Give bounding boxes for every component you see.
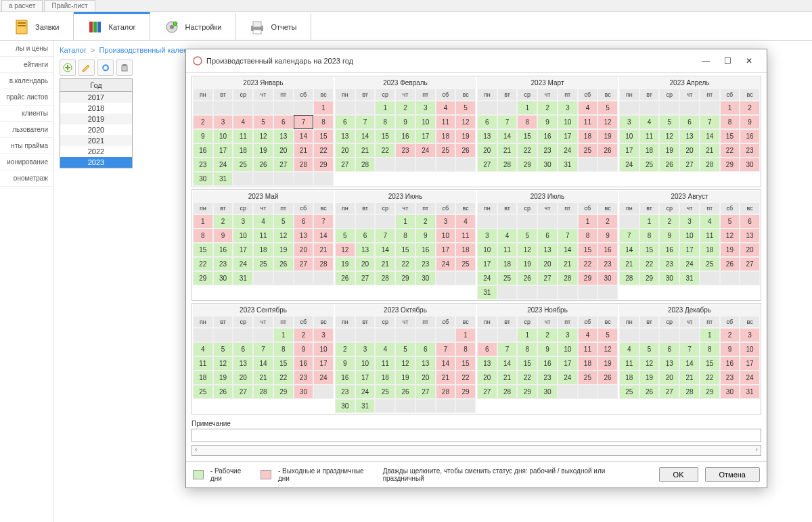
calendar-day[interactable]: 7 — [619, 229, 639, 243]
calendar-day[interactable]: 19 — [253, 143, 273, 158]
calendar-day[interactable]: 4 — [233, 115, 253, 129]
calendar-day[interactable]: 16 — [395, 129, 415, 143]
calendar-day[interactable]: 23 — [720, 371, 740, 385]
calendar-day[interactable]: 24 — [740, 371, 760, 385]
calendar-day[interactable]: 2 — [415, 214, 436, 229]
calendar-day[interactable]: 26 — [597, 143, 618, 158]
close-button[interactable]: ✕ — [738, 53, 760, 68]
calendar-day[interactable]: 9 — [213, 229, 233, 243]
calendar-day[interactable]: 13 — [659, 356, 679, 371]
calendar-day[interactable]: 27 — [294, 257, 314, 271]
calendar-day[interactable]: 15 — [395, 243, 415, 257]
calendar-day[interactable]: 6 — [233, 342, 253, 356]
calendar-day[interactable]: 21 — [253, 371, 273, 385]
calendar-day[interactable]: 30 — [740, 158, 760, 172]
calendar-day[interactable]: 27 — [740, 257, 760, 271]
calendar-day[interactable]: 3 — [679, 214, 700, 229]
calendar-day[interactable]: 8 — [720, 115, 740, 129]
calendar-day[interactable]: 1 — [639, 214, 660, 229]
calendar-day[interactable]: 23 — [193, 158, 213, 172]
calendar-day[interactable]: 5 — [395, 342, 415, 356]
calendar-day[interactable]: 15 — [578, 243, 598, 257]
calendar-day[interactable]: 7 — [558, 229, 578, 243]
calendar-day[interactable]: 9 — [537, 342, 558, 356]
calendar-day[interactable]: 14 — [497, 356, 518, 371]
calendar-day[interactable]: 24 — [558, 371, 578, 385]
calendar-day[interactable]: 11 — [700, 229, 720, 243]
calendar-day[interactable]: 14 — [700, 129, 720, 143]
calendar-day[interactable]: 20 — [335, 143, 355, 158]
calendar-day[interactable]: 8 — [375, 115, 395, 129]
sidebar-item[interactable]: лы и цены — [0, 41, 53, 57]
calendar-day[interactable]: 15 — [639, 243, 660, 257]
calendar-day[interactable]: 21 — [497, 143, 518, 158]
calendar-day[interactable]: 13 — [537, 243, 558, 257]
calendar-day[interactable]: 21 — [436, 371, 456, 385]
calendar-day[interactable]: 17 — [313, 356, 334, 371]
calendar-day[interactable]: 14 — [355, 129, 376, 143]
tab-requests[interactable]: Заявки — [0, 12, 74, 40]
calendar-day[interactable]: 3 — [213, 115, 233, 129]
calendar-day[interactable]: 5 — [597, 328, 618, 342]
calendar-day[interactable]: 18 — [233, 143, 253, 158]
calendar-day[interactable]: 20 — [477, 143, 497, 158]
calendar-day[interactable]: 23 — [395, 143, 415, 158]
calendar-day[interactable]: 1 — [720, 101, 740, 115]
calendar-day[interactable]: 7 — [700, 115, 720, 129]
year-row[interactable]: 2018 — [60, 103, 132, 114]
calendar-day[interactable]: 22 — [455, 371, 476, 385]
calendar-day[interactable]: 19 — [517, 257, 537, 271]
calendar-day[interactable]: 4 — [436, 101, 456, 115]
calendar-day[interactable]: 13 — [679, 129, 700, 143]
tab-settings[interactable]: Настройки — [150, 12, 236, 40]
calendar-day[interactable]: 22 — [313, 143, 334, 158]
calendar-day[interactable]: 11 — [233, 129, 253, 143]
sidebar-item[interactable]: нты прайма — [0, 138, 53, 154]
calendar-day[interactable]: 26 — [335, 271, 355, 285]
calendar-day[interactable]: 4 — [700, 214, 720, 229]
calendar-day[interactable]: 27 — [273, 158, 294, 172]
calendar-day[interactable]: 14 — [558, 243, 578, 257]
calendar-day[interactable]: 21 — [313, 243, 334, 257]
calendar-day[interactable]: 29 — [395, 271, 415, 285]
calendar-day[interactable]: 1 — [517, 328, 537, 342]
calendar-day[interactable]: 25 — [497, 271, 518, 285]
calendar-day[interactable]: 6 — [537, 229, 558, 243]
calendar-day[interactable]: 20 — [355, 257, 376, 271]
calendar-day[interactable]: 20 — [740, 243, 760, 257]
add-button[interactable] — [60, 60, 76, 76]
calendar-day[interactable]: 7 — [679, 342, 700, 356]
calendar-day[interactable]: 15 — [700, 356, 720, 371]
calendar-day[interactable]: 15 — [517, 129, 537, 143]
year-row[interactable]: 2022 — [60, 146, 132, 157]
calendar-day[interactable]: 8 — [395, 229, 415, 243]
calendar-day[interactable]: 19 — [720, 243, 740, 257]
calendar-day[interactable]: 19 — [335, 257, 355, 271]
calendar-day[interactable]: 2 — [335, 342, 355, 356]
calendar-day[interactable]: 31 — [740, 385, 760, 399]
calendar-day[interactable]: 23 — [740, 143, 760, 158]
calendar-day[interactable]: 11 — [619, 356, 639, 371]
calendar-day[interactable]: 10 — [558, 115, 578, 129]
calendar-day[interactable]: 3 — [619, 115, 639, 129]
calendar-day[interactable]: 14 — [294, 129, 314, 143]
calendar-day[interactable]: 27 — [335, 158, 355, 172]
calendar-day[interactable]: 23 — [415, 257, 436, 271]
calendar-day[interactable]: 19 — [273, 243, 294, 257]
calendar-day[interactable]: 20 — [415, 371, 436, 385]
calendar-day[interactable]: 21 — [679, 371, 700, 385]
calendar-day[interactable]: 12 — [597, 115, 618, 129]
calendar-day[interactable]: 12 — [213, 356, 233, 371]
calendar-day[interactable]: 10 — [619, 129, 639, 143]
calendar-day[interactable]: 17 — [213, 143, 233, 158]
calendar-day[interactable]: 20 — [294, 243, 314, 257]
tab-catalog[interactable]: Каталог — [74, 12, 150, 40]
calendar-day[interactable]: 21 — [558, 257, 578, 271]
calendar-day[interactable]: 1 — [313, 101, 334, 115]
calendar-day[interactable]: 23 — [213, 257, 233, 271]
calendar-day[interactable]: 8 — [273, 342, 294, 356]
calendar-day[interactable]: 16 — [720, 356, 740, 371]
calendar-day[interactable]: 13 — [740, 229, 760, 243]
calendar-day[interactable]: 17 — [233, 243, 253, 257]
calendar-day[interactable]: 26 — [213, 385, 233, 399]
